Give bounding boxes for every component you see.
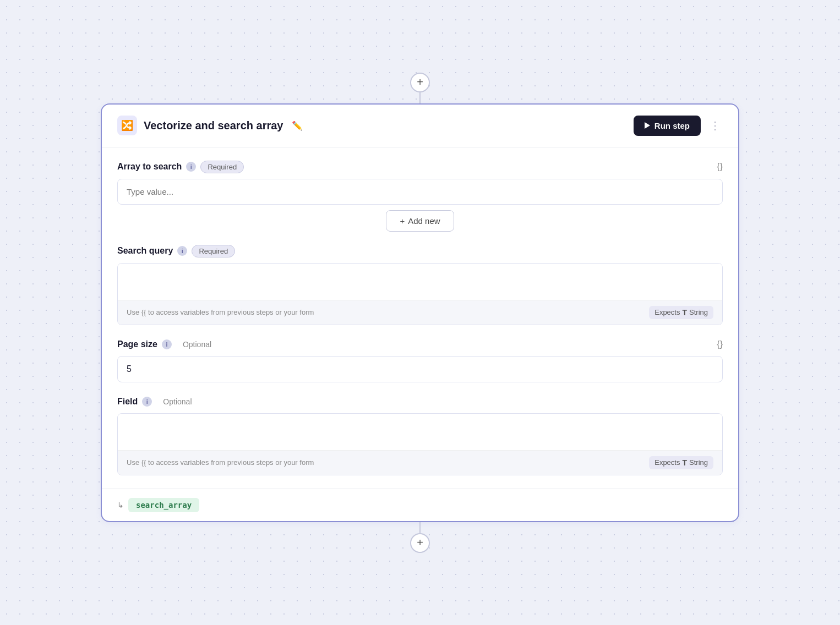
- field-label-row: Field i Optional: [117, 396, 723, 408]
- search-query-info-icon[interactable]: i: [177, 246, 187, 256]
- page-size-section: Page size i Optional {}: [117, 338, 723, 382]
- page-size-label: Page size: [117, 339, 157, 349]
- page-size-badge: Optional: [176, 338, 218, 350]
- field-expects-label: Expects: [654, 458, 680, 467]
- add-new-button[interactable]: + Add new: [386, 210, 454, 232]
- card-title: Vectorize and search array: [144, 119, 283, 132]
- array-to-search-info-icon[interactable]: i: [186, 162, 196, 172]
- add-new-plus-icon: +: [400, 216, 405, 226]
- page-size-input[interactable]: [117, 356, 723, 382]
- search-query-label: Search query: [117, 246, 173, 256]
- search-query-badge: Required: [192, 245, 235, 257]
- card-header: 🔀 Vectorize and search array ✏️ Run step…: [102, 105, 738, 147]
- vectorize-icon: 🔀: [121, 119, 133, 131]
- type-icon: T: [682, 308, 687, 317]
- field-textarea-wrapper: Use {{ to access variables from previous…: [117, 413, 723, 475]
- search-query-expects-badge: Expects T String: [649, 306, 713, 319]
- page-wrapper: + 🔀 Vectorize and search array ✏️ Run st…: [95, 73, 745, 553]
- search-query-input[interactable]: [118, 264, 722, 298]
- page-size-label-left: Page size i Optional: [117, 338, 218, 350]
- play-icon: [645, 122, 650, 129]
- search-query-hint-text: Use {{ to access variables from previous…: [127, 308, 314, 316]
- field-expects-badge: Expects T String: [649, 456, 713, 469]
- page-size-label-row: Page size i Optional {}: [117, 338, 723, 350]
- field-type-icon: T: [682, 458, 687, 467]
- search-query-hint: Use {{ to access variables from previous…: [118, 300, 722, 325]
- more-options-icon[interactable]: ⋮: [707, 117, 723, 134]
- output-badge: search_array: [128, 498, 199, 512]
- run-step-label: Run step: [654, 121, 690, 130]
- search-query-textarea-wrapper: Use {{ to access variables from previous…: [117, 263, 723, 325]
- page-size-info-icon[interactable]: i: [162, 339, 172, 349]
- card-body: Array to search i Required {} + Add new …: [102, 147, 738, 489]
- field-info-icon[interactable]: i: [142, 397, 152, 407]
- main-card: 🔀 Vectorize and search array ✏️ Run step…: [101, 103, 739, 522]
- edit-icon[interactable]: ✏️: [292, 120, 303, 131]
- array-to-search-label-left: Array to search i Required: [117, 161, 244, 173]
- field-hint-text: Use {{ to access variables from previous…: [127, 458, 314, 467]
- field-input[interactable]: [118, 414, 722, 448]
- search-query-label-row: Search query i Required: [117, 245, 723, 257]
- array-to-search-label-row: Array to search i Required {}: [117, 161, 723, 173]
- search-query-label-left: Search query i Required: [117, 245, 235, 257]
- field-badge: Optional: [156, 396, 198, 408]
- plus-icon-top: +: [417, 76, 423, 89]
- page-size-curly-icon[interactable]: {}: [717, 339, 723, 349]
- connector-top: [419, 92, 421, 103]
- array-to-search-curly-icon[interactable]: {}: [717, 162, 723, 172]
- field-expects-type: String: [689, 458, 708, 467]
- add-new-label: Add new: [408, 216, 440, 226]
- header-right: Run step ⋮: [634, 116, 723, 136]
- card-icon: 🔀: [117, 116, 137, 135]
- field-hint: Use {{ to access variables from previous…: [118, 450, 722, 475]
- search-query-section: Search query i Required Use {{ to access…: [117, 245, 723, 325]
- header-left: 🔀 Vectorize and search array ✏️: [117, 116, 303, 135]
- array-to-search-badge: Required: [200, 161, 244, 173]
- array-to-search-label: Array to search: [117, 162, 182, 172]
- plus-icon-bottom: +: [417, 536, 423, 549]
- add-button-top[interactable]: +: [410, 73, 430, 92]
- footer-arrow-icon: ↳: [117, 501, 124, 509]
- connector-bottom: [419, 522, 421, 533]
- field-section: Field i Optional Use {{ to access variab…: [117, 396, 723, 475]
- field-label: Field: [117, 397, 138, 407]
- card-footer: ↳ search_array: [102, 489, 738, 521]
- add-button-bottom[interactable]: +: [410, 533, 430, 553]
- run-step-button[interactable]: Run step: [634, 116, 701, 136]
- field-label-left: Field i Optional: [117, 396, 199, 408]
- array-to-search-input[interactable]: [117, 179, 723, 205]
- expects-type: String: [689, 308, 708, 316]
- array-to-search-section: Array to search i Required {} + Add new: [117, 161, 723, 232]
- expects-label: Expects: [654, 308, 680, 316]
